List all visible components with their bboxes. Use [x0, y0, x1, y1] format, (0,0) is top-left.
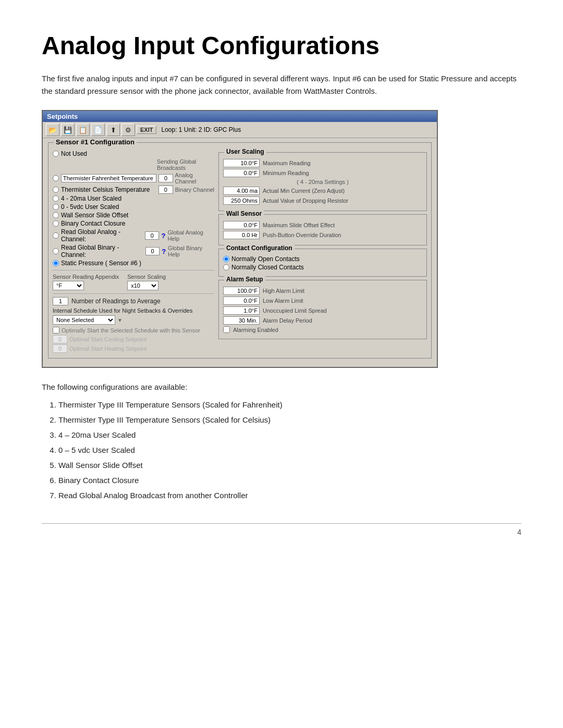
low-alarm-row: Low Alarm Limit — [223, 297, 422, 305]
toolbar-copy-btn[interactable]: 📋 — [76, 124, 90, 136]
global-binary-help-label: Global Binary Help — [168, 245, 214, 257]
high-alarm-input[interactable] — [223, 287, 260, 295]
toolbar-settings-btn[interactable]: ⚙ — [121, 124, 135, 136]
global-analog-help-icon[interactable]: ? — [161, 232, 165, 240]
alarming-checkbox[interactable] — [223, 326, 230, 333]
schedule-row: None Selected ▼ — [53, 315, 214, 325]
radio-static-pressure-label: Static Pressure ( Sensor #6 ) — [61, 260, 141, 267]
broadcast-label: Sending Global Broadcasts — [157, 158, 214, 171]
optimal-heating-input[interactable] — [53, 344, 67, 353]
radio-global-binary-row: Read Global Binary - Channel: 0 ? Global… — [53, 244, 214, 258]
appendix-group: Sensor Reading Appendix °F °C None — [53, 274, 119, 290]
dropping-input[interactable] — [223, 196, 260, 205]
radio-global-binary[interactable] — [53, 248, 59, 254]
readings-label: Number of Readings to Average — [71, 298, 161, 305]
page-title: Analog Input Configurations — [42, 31, 521, 60]
global-binary-help-icon[interactable]: ? — [162, 248, 166, 255]
dialog-window: Setpoints 📂 💾 📋 📄 ⬆ ⚙ EXIT Loop: 1 Unit:… — [42, 110, 438, 368]
radio-thermister-c-label: Thermister Celsius Temperature — [61, 186, 150, 193]
radio-global-analog-row: Read Global Analog - Channel: 0 ? Global… — [53, 228, 214, 243]
spread-row: Unoccupied Limit Spread — [223, 306, 422, 315]
schedule-select[interactable]: None Selected — [53, 315, 115, 325]
max-slide-label: Maximum Slide Offset Effect — [263, 222, 422, 228]
normally-closed-radio[interactable] — [223, 264, 229, 270]
optimal-cooling-label: Optimal Start Cooling Setpoint — [69, 336, 146, 342]
alarming-enabled-row: Alarming Enabled — [223, 326, 422, 333]
list-item-2: Thermister Type III Temperature Sensors … — [58, 413, 521, 427]
left-column: Not Used Sending Global Broadcasts 0 Ana… — [53, 150, 214, 354]
radio-thermister-f[interactable] — [53, 175, 59, 181]
config-list: Thermister Type III Temperature Sensors … — [58, 398, 521, 502]
dialog-toolbar: 📂 💾 📋 📄 ⬆ ⚙ EXIT Loop: 1 Unit: 2 ID: GPC… — [43, 122, 437, 138]
override-duration-input[interactable] — [223, 231, 260, 239]
schedule-label: Internal Schedule Used for Night Setback… — [53, 307, 214, 314]
radio-static-pressure[interactable] — [53, 260, 59, 266]
radio-not-used-row: Not Used — [53, 150, 214, 157]
delay-label: Alarm Delay Period — [263, 317, 422, 324]
appendix-select[interactable]: °F °C None — [53, 281, 84, 290]
list-item-1: Thermister Type III Temperature Sensors … — [58, 398, 521, 412]
override-duration-label: Push-Button Override Duration — [263, 232, 422, 238]
alarm-setup-section: Alarm Setup High Alarm Limit Low Alarm L… — [218, 280, 427, 339]
schedule-dropdown-icon[interactable]: ▼ — [117, 317, 123, 323]
min-current-input[interactable] — [223, 187, 260, 195]
toolbar-upload-btn[interactable]: ⬆ — [106, 124, 120, 136]
toolbar-open-btn[interactable]: 📂 — [46, 124, 59, 136]
optimal-start-label: Optimally Start the Selected Schedule wi… — [62, 327, 200, 334]
low-alarm-label: Low Alarm Limit — [263, 298, 422, 304]
analog-channel-label: Analog Channel — [175, 172, 214, 184]
radio-binary-contact-label: Binary Contact Closure — [61, 220, 125, 227]
radio-global-analog[interactable] — [53, 232, 59, 239]
radio-wall-sensor-label: Wall Sensor Slide Offset — [61, 212, 128, 219]
dialog-titlebar: Setpoints — [43, 111, 437, 122]
optimal-checkbox-row: Optimally Start the Selected Schedule wi… — [53, 327, 214, 334]
binary-channel-value: 0 — [158, 186, 173, 194]
low-alarm-input[interactable] — [223, 297, 260, 305]
delay-input[interactable] — [223, 316, 260, 325]
thermister-f-input[interactable] — [61, 174, 156, 182]
wall-sensor-title: Wall Sensor — [224, 210, 264, 217]
analog-channel-value: 0 — [158, 174, 173, 182]
contact-config-title: Contact Configuration — [224, 244, 295, 252]
scaling-select[interactable]: x1 x10 x100 — [127, 281, 158, 290]
readings-input[interactable] — [53, 297, 68, 305]
min-current-row: Actual Min Current (Zero Adjust) — [223, 187, 422, 195]
optimal-cooling-input[interactable] — [53, 335, 67, 343]
following-text: The following configurations are availab… — [42, 382, 521, 391]
max-reading-input[interactable] — [223, 159, 260, 167]
radio-thermister-c[interactable] — [53, 187, 59, 193]
intro-paragraph: The first five analog inputs and input #… — [42, 72, 521, 97]
radio-0-5vdc[interactable] — [53, 204, 59, 210]
max-reading-label: Maximum Reading — [263, 160, 422, 166]
spread-input[interactable] — [223, 306, 260, 315]
radio-0-5vdc-row: 0 - 5vdc User Scaled — [53, 203, 214, 211]
list-item-3: 4 – 20ma User Scaled — [58, 428, 521, 442]
radio-static-pressure-row: Static Pressure ( Sensor #6 ) — [53, 260, 214, 267]
radio-wall-sensor[interactable] — [53, 212, 59, 218]
toolbar-save-btn[interactable]: 💾 — [61, 124, 75, 136]
min-reading-label: Minimum Reading — [263, 170, 422, 176]
radio-not-used[interactable] — [53, 151, 59, 157]
global-binary-channel-input: 0 — [145, 247, 160, 255]
toolbar-exit-btn[interactable]: EXIT — [137, 126, 156, 134]
toolbar-loop-label: Loop: 1 Unit: 2 ID: GPC Plus — [161, 126, 241, 133]
radio-4-20ma[interactable] — [53, 195, 59, 202]
toolbar-paste-btn[interactable]: 📄 — [91, 124, 105, 136]
radio-binary-contact[interactable] — [53, 220, 59, 227]
delay-row: Alarm Delay Period — [223, 316, 422, 325]
radio-wall-sensor-row: Wall Sensor Slide Offset — [53, 212, 214, 219]
dropping-row: Actual Value of Dropping Resistor — [223, 196, 422, 205]
optimal-start-checkbox[interactable] — [53, 327, 59, 334]
radio-thermister-c-row: Thermister Celsius Temperature 0 Binary … — [53, 186, 214, 194]
normally-closed-row: Normally Closed Contacts — [223, 264, 422, 271]
alarm-setup-title: Alarm Setup — [224, 276, 265, 283]
optimal-heating-row: Optimal Start Heating Setpoint — [53, 344, 214, 353]
list-item-7: Read Global Analog Broadcast from anothe… — [58, 488, 521, 502]
page-number: 4 — [517, 528, 521, 536]
binary-channel-label: Binary Channel — [175, 187, 214, 193]
min-reading-input[interactable] — [223, 169, 260, 177]
normally-open-radio[interactable] — [223, 256, 229, 262]
max-slide-input[interactable] — [223, 221, 260, 229]
dropping-label: Actual Value of Dropping Resistor — [263, 198, 422, 204]
footer: 4 — [42, 523, 521, 536]
